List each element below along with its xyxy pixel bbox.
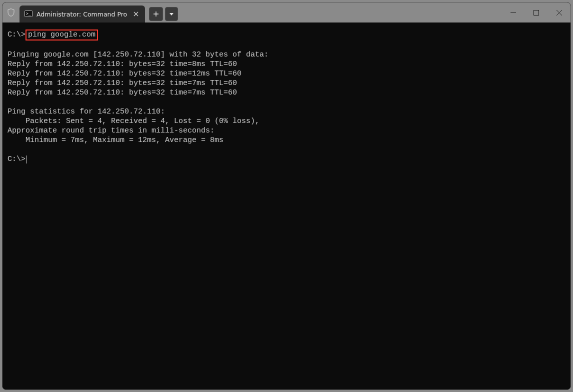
tab-dropdown-button[interactable] <box>165 7 178 21</box>
window-controls <box>502 2 570 22</box>
prompt-path-2: C:\> <box>8 155 26 164</box>
titlebar: >_ Administrator: Command Pro <box>2 2 570 22</box>
prompt-path: C:\> <box>8 30 26 39</box>
svg-rect-7 <box>534 10 538 15</box>
minimize-button[interactable] <box>502 2 524 22</box>
svg-text:>_: >_ <box>26 12 31 16</box>
text-cursor <box>26 156 26 164</box>
tab-close-button[interactable] <box>131 9 141 19</box>
close-button[interactable] <box>548 2 570 22</box>
terminal-output: Pinging google.com [142.250.72.110] with… <box>8 50 268 144</box>
terminal-window: >_ Administrator: Command Pro <box>2 2 571 390</box>
tab-active[interactable]: >_ Administrator: Command Pro <box>20 6 145 22</box>
terminal-viewport[interactable]: C:\>ping google.com Pinging google.com [… <box>2 22 570 390</box>
highlighted-command: ping google.com <box>26 30 98 40</box>
tab-title: Administrator: Command Pro <box>36 10 127 18</box>
uac-shield-icon <box>2 2 20 22</box>
maximize-button[interactable] <box>524 2 548 22</box>
tabstrip-buttons <box>149 2 178 22</box>
new-tab-button[interactable] <box>149 7 163 21</box>
cmd-icon: >_ <box>24 10 32 18</box>
titlebar-left: >_ Administrator: Command Pro <box>2 2 502 22</box>
